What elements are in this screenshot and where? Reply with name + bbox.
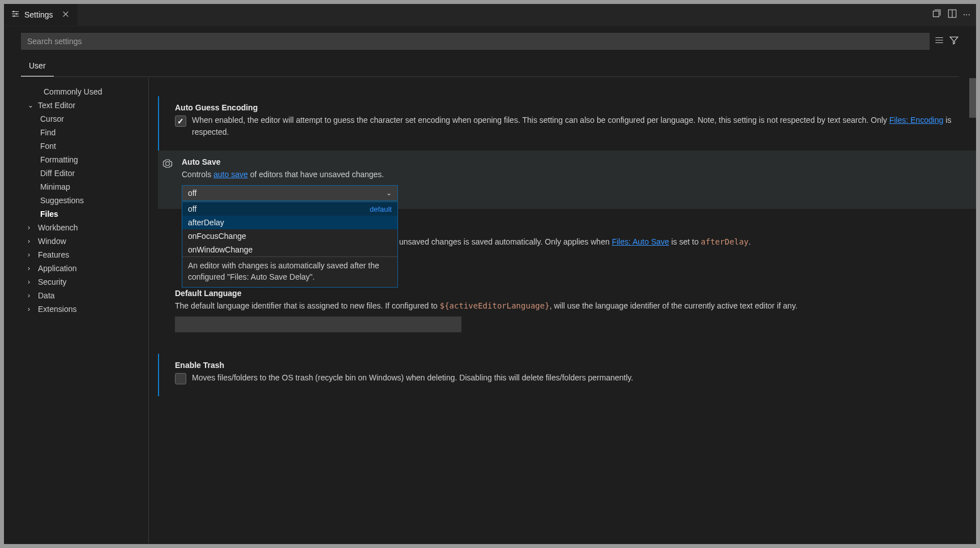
titlebar-actions: ··· xyxy=(926,4,976,25)
chevron-right-icon: › xyxy=(28,251,36,259)
checkbox-enable-trash[interactable] xyxy=(175,373,186,384)
dropdown-auto-save: off default afterDelay onFocusChange onW… xyxy=(182,202,398,288)
select-auto-save[interactable]: off ⌄ xyxy=(182,185,398,201)
chevron-down-icon: ⌄ xyxy=(28,101,36,109)
svg-rect-3 xyxy=(933,11,939,17)
chevron-right-icon: › xyxy=(28,264,36,272)
svg-point-0 xyxy=(13,11,15,12)
setting-description: When enabled, the editor will attempt to… xyxy=(192,114,959,138)
chevron-right-icon: › xyxy=(28,305,36,313)
link-files-auto-save[interactable]: Files: Auto Save xyxy=(612,237,669,246)
setting-auto-guess-encoding: Auto Guess Encoding When enabled, the ed… xyxy=(158,96,976,151)
link-auto-save[interactable]: auto save xyxy=(213,170,248,179)
tab-bar: Settings ··· xyxy=(4,4,976,26)
scope-tab-user[interactable]: User xyxy=(21,57,54,76)
search-input[interactable] xyxy=(21,33,930,50)
setting-description: The default language identifier that is … xyxy=(175,300,959,312)
toc-application[interactable]: ›Application xyxy=(28,262,148,275)
toc-formatting[interactable]: Formatting xyxy=(28,153,148,166)
setting-description: Moves files/folders to the OS trash (rec… xyxy=(192,372,633,384)
toc-features[interactable]: ›Features xyxy=(28,248,148,262)
toc-cursor[interactable]: Cursor xyxy=(28,112,148,126)
settings-content: Auto Guess Encoding When enabled, the ed… xyxy=(148,78,976,543)
toc-suggestions[interactable]: Suggestions xyxy=(28,194,148,207)
toc-extensions[interactable]: ›Extensions xyxy=(28,302,148,316)
search-actions xyxy=(934,35,959,48)
input-default-language[interactable] xyxy=(175,316,461,332)
toc-data[interactable]: ›Data xyxy=(28,289,148,302)
setting-title: Default Language xyxy=(175,289,959,298)
settings-tab-icon xyxy=(11,10,20,20)
filter-icon[interactable] xyxy=(949,35,959,48)
checkbox-auto-guess-encoding[interactable] xyxy=(175,115,186,127)
gear-icon[interactable] xyxy=(162,159,173,171)
chevron-right-icon: › xyxy=(28,292,36,299)
toc-find[interactable]: Find xyxy=(28,126,148,139)
scope-row: User xyxy=(4,53,976,76)
dropdown-option-onwindowchange[interactable]: onWindowChange xyxy=(182,243,397,256)
dropdown-option-off[interactable]: off default xyxy=(182,202,397,216)
toc-window[interactable]: ›Window xyxy=(28,234,148,248)
toc-diff-editor[interactable]: Diff Editor xyxy=(28,166,148,180)
dropdown-option-onfocuschange[interactable]: onFocusChange xyxy=(182,229,397,243)
scrollbar-vertical[interactable] xyxy=(969,78,976,543)
scrollbar-thumb[interactable] xyxy=(969,78,976,118)
setting-enable-trash: Enable Trash Moves files/folders to the … xyxy=(158,354,976,396)
toc-minimap[interactable]: Minimap xyxy=(28,180,148,194)
search-row xyxy=(4,26,976,53)
open-settings-json-icon[interactable] xyxy=(931,8,942,21)
toc-workbench[interactable]: ›Workbench xyxy=(28,221,148,234)
chevron-right-icon: › xyxy=(28,278,36,286)
chevron-down-icon: ⌄ xyxy=(386,189,392,197)
dropdown-hint: An editor with changes is automatically … xyxy=(182,256,397,287)
setting-title: Auto Guess Encoding xyxy=(175,103,959,112)
toc-font[interactable]: Font xyxy=(28,139,148,153)
close-icon[interactable] xyxy=(61,9,71,21)
toc-security[interactable]: ›Security xyxy=(28,275,148,289)
svg-point-2 xyxy=(14,15,15,17)
split-editor-icon[interactable] xyxy=(947,8,957,21)
svg-point-1 xyxy=(16,13,18,15)
setting-auto-save: Auto Save Controls auto save of editors … xyxy=(158,151,976,209)
tab-title: Settings xyxy=(24,10,53,19)
dropdown-option-afterdelay[interactable]: afterDelay xyxy=(182,216,397,229)
setting-description: Controls auto save of editors that have … xyxy=(182,169,959,181)
toc-text-editor[interactable]: ⌄Text Editor xyxy=(28,99,148,112)
select-auto-save-wrap: off ⌄ off default afterDelay onFocusChan… xyxy=(182,185,398,201)
toc-files[interactable]: Files xyxy=(28,207,148,221)
setting-title: Enable Trash xyxy=(175,361,959,370)
chevron-right-icon: › xyxy=(28,237,36,245)
link-files-encoding[interactable]: Files: Encoding xyxy=(889,115,944,125)
default-badge: default xyxy=(370,205,392,213)
setting-title: Auto Save xyxy=(182,157,959,166)
more-actions-icon[interactable]: ··· xyxy=(963,10,970,20)
settings-toc: ›Commonly Used ⌄Text Editor Cursor Find … xyxy=(4,77,148,543)
toc-commonly-used[interactable]: ›Commonly Used xyxy=(28,85,148,99)
tab-settings[interactable]: Settings xyxy=(4,4,78,25)
clear-search-icon[interactable] xyxy=(934,35,944,48)
chevron-right-icon: › xyxy=(28,224,36,232)
code-active-editor-language: ${activeEditorLanguage} xyxy=(440,301,550,310)
code-afterdelay: afterDelay xyxy=(701,237,748,246)
